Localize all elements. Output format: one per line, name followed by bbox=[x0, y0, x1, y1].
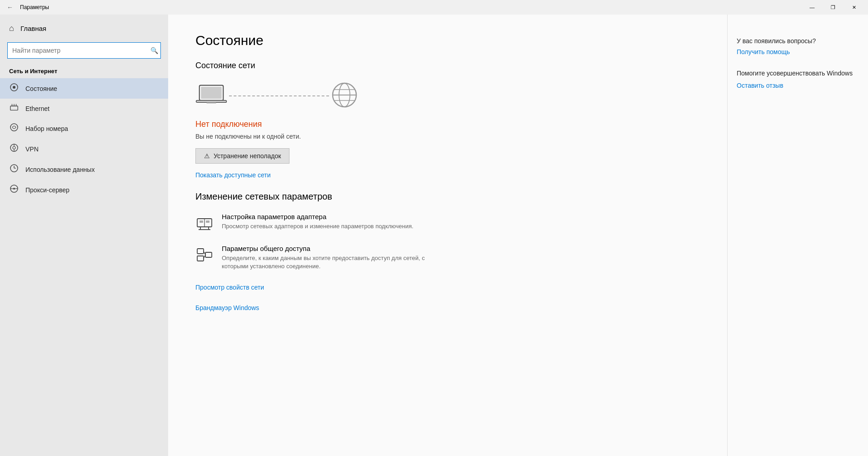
sidebar-item-dialup[interactable]: Набор номера bbox=[0, 118, 168, 139]
sidebar-item-data-usage-label: Использование данных bbox=[25, 166, 95, 173]
warning-icon: ⚠ bbox=[204, 152, 210, 160]
sharing-settings-text: Параметры общего доступа Определите, к к… bbox=[222, 245, 440, 271]
sidebar-item-vpn[interactable]: VPN bbox=[0, 139, 168, 159]
sidebar-item-proxy[interactable]: Прокси-сервер bbox=[0, 180, 168, 200]
right-panel: У вас появились вопросы? Получить помощь… bbox=[727, 15, 868, 456]
sharing-settings-desc: Определите, к каким данным вы хотите пре… bbox=[222, 254, 440, 271]
laptop-icon bbox=[195, 81, 227, 110]
help-link[interactable]: Получить помощь bbox=[737, 48, 854, 55]
proxy-icon bbox=[9, 184, 19, 195]
no-connection-desc: Вы не подключены ни к одной сети. bbox=[195, 133, 700, 140]
status-icon bbox=[9, 83, 19, 94]
firewall-link[interactable]: Брандмауэр Windows bbox=[195, 304, 259, 311]
svg-rect-35 bbox=[197, 256, 204, 261]
close-button[interactable]: ✕ bbox=[843, 0, 864, 15]
troubleshoot-button[interactable]: ⚠ Устранение неполадок bbox=[195, 148, 289, 164]
change-settings-title: Изменение сетевых параметров bbox=[195, 191, 700, 202]
maximize-button[interactable]: ❐ bbox=[823, 0, 843, 15]
titlebar: ← Параметры — ❐ ✕ bbox=[0, 0, 868, 15]
sidebar: ⌂ Главная 🔍 Сеть и Интернет Состояние bbox=[0, 15, 168, 456]
right-panel-improve: Помогите усовершенствовать Windows bbox=[737, 69, 854, 78]
vpn-icon bbox=[9, 143, 19, 155]
titlebar-left: ← Параметры bbox=[4, 1, 49, 14]
svg-rect-31 bbox=[200, 220, 203, 223]
sidebar-item-status-label: Состояние bbox=[25, 85, 57, 92]
sidebar-home-label: Главная bbox=[20, 25, 46, 32]
svg-rect-2 bbox=[10, 106, 18, 110]
sidebar-item-proxy-label: Прокси-сервер bbox=[25, 186, 70, 194]
ethernet-icon bbox=[9, 103, 19, 114]
sidebar-home-button[interactable]: ⌂ Главная bbox=[0, 19, 168, 38]
minimize-button[interactable]: — bbox=[802, 0, 823, 15]
search-input[interactable] bbox=[7, 42, 161, 59]
data-usage-icon bbox=[9, 164, 19, 175]
dialup-icon bbox=[9, 123, 19, 134]
svg-rect-34 bbox=[197, 249, 204, 254]
svg-rect-21 bbox=[207, 102, 216, 104]
titlebar-title: Параметры bbox=[20, 4, 49, 10]
no-connection-title: Нет подключения bbox=[195, 120, 700, 129]
svg-point-6 bbox=[10, 124, 18, 131]
network-status-section-title: Состояние сети bbox=[195, 61, 700, 70]
titlebar-controls: — ❐ ✕ bbox=[802, 0, 864, 15]
sharing-settings-item: Параметры общего доступа Определите, к к… bbox=[195, 245, 700, 271]
troubleshoot-label: Устранение неполадок bbox=[214, 152, 281, 160]
show-networks-link[interactable]: Показать доступные сети bbox=[195, 171, 271, 179]
network-properties-link[interactable]: Просмотр свойств сети bbox=[195, 284, 264, 291]
sidebar-item-dialup-label: Набор номера bbox=[25, 125, 68, 132]
sidebar-item-data-usage[interactable]: Использование данных bbox=[0, 159, 168, 180]
adapter-settings-item: Настройка параметров адаптера Просмотр с… bbox=[195, 213, 700, 232]
main-content: Состояние Состояние сети bbox=[168, 15, 727, 456]
sidebar-item-status[interactable]: Состояние bbox=[0, 78, 168, 99]
svg-point-1 bbox=[13, 86, 15, 89]
adapter-settings-text: Настройка параметров адаптера Просмотр с… bbox=[222, 213, 414, 231]
svg-rect-36 bbox=[205, 252, 212, 257]
app-body: ⌂ Главная 🔍 Сеть и Интернет Состояние bbox=[0, 15, 868, 456]
adapter-settings-title: Настройка параметров адаптера bbox=[222, 213, 414, 220]
globe-icon bbox=[331, 81, 358, 110]
svg-point-15 bbox=[13, 188, 15, 190]
sidebar-category-label: Сеть и Интернет bbox=[0, 65, 168, 78]
svg-point-8 bbox=[13, 146, 15, 149]
right-panel-question: У вас появились вопросы? bbox=[737, 37, 854, 45]
network-diagram bbox=[195, 81, 700, 110]
sharing-icon bbox=[195, 246, 214, 264]
home-icon: ⌂ bbox=[9, 24, 14, 33]
sidebar-item-vpn-label: VPN bbox=[25, 145, 39, 153]
back-button[interactable]: ← bbox=[4, 1, 16, 14]
adapter-icon bbox=[195, 214, 214, 232]
sidebar-item-ethernet-label: Ethernet bbox=[25, 105, 50, 112]
dashed-line bbox=[229, 95, 329, 96]
svg-rect-32 bbox=[206, 220, 210, 223]
svg-rect-19 bbox=[201, 87, 222, 99]
page-title: Состояние bbox=[195, 33, 700, 48]
sidebar-item-ethernet[interactable]: Ethernet bbox=[0, 99, 168, 118]
svg-rect-20 bbox=[196, 100, 227, 102]
search-box: 🔍 bbox=[7, 42, 161, 59]
search-icon-button[interactable]: 🔍 bbox=[150, 47, 158, 54]
adapter-settings-desc: Просмотр сетевых адаптеров и изменение п… bbox=[222, 222, 414, 231]
sharing-settings-title: Параметры общего доступа bbox=[222, 245, 440, 252]
feedback-link[interactable]: Оставить отзыв bbox=[737, 82, 854, 89]
